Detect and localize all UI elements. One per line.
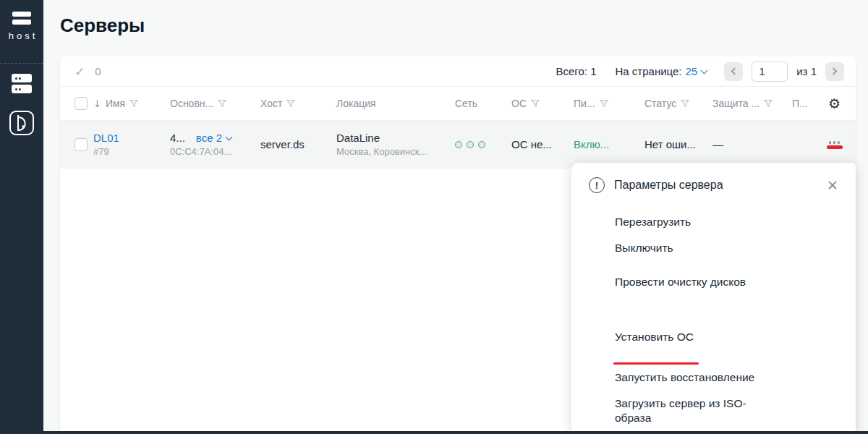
table-row[interactable]: DL01 #79 4... все 2 0C:C4:7A:04... serve… [60,121,856,169]
active-indicator-bar [827,145,843,149]
filter-icon[interactable] [531,99,540,108]
table-header-row: ↓ Имя Основн... Хост Локация Сеть ОС Пи.… [60,87,856,121]
ellipsis-icon [829,141,841,144]
os-value: ОС не... [511,138,568,150]
column-header-host[interactable]: Хост [253,98,329,109]
page-title: Серверы [60,14,145,37]
column-header-main[interactable]: Основн... [170,98,253,109]
bottom-edge-bar [0,431,868,434]
server-actions-popup: ! Параметры сервера ✕ Перезагрузить Выкл… [571,163,856,434]
server-name-link[interactable]: DL01 [93,132,119,144]
filter-icon[interactable] [129,99,138,108]
network-port-icon [455,141,462,148]
power-status: Вклю... [574,138,633,150]
column-header-p: П... [778,98,817,109]
location-name: DataLine [336,132,438,144]
sort-desc-icon: ↓ [93,98,101,109]
selected-count: 0 [95,65,101,77]
menu-item-shutdown[interactable]: Выключить [615,241,832,255]
menu-item-recovery[interactable]: Запустить восстановление [615,370,832,385]
select-all-checkbox[interactable] [75,97,88,110]
sidebar: host [0,0,43,434]
per-page-select[interactable]: 25 [686,65,707,77]
logo-bars-icon [12,12,31,25]
logo-text: host [9,30,38,41]
protection-value: — [712,138,778,150]
column-header-location: Локация [329,98,438,109]
page-of-total: из 1 [796,65,817,77]
menu-item-install-os[interactable]: Установить ОС [615,315,694,359]
menu-item-boot-from-iso[interactable]: Загрузить сервер из ISO- образа [615,396,832,425]
select-check-icon[interactable]: ✓ [75,64,85,79]
host-value: server.ds [260,138,329,150]
table-toolbar: ✓ 0 Всего: 1 На странице: 25 из 1 [60,56,856,87]
per-page-label: На странице: [616,65,682,77]
next-page-button[interactable] [825,62,844,81]
install-os-highlight-underline [613,362,699,365]
mac-address: 0C:C4:7A:04... [170,146,253,157]
app-logo[interactable]: host [0,0,43,64]
column-header-os[interactable]: ОС [503,98,568,109]
dataline-icon [8,109,35,137]
page-number-input[interactable] [752,61,788,82]
sidebar-item-servers[interactable] [12,74,32,93]
table-settings-gear-icon[interactable]: ⚙ [828,95,841,111]
column-header-network: Сеть [438,98,503,109]
filter-icon[interactable] [600,99,608,108]
total-count: Всего: 1 [556,65,597,77]
chevron-left-icon [731,68,739,75]
close-icon[interactable]: ✕ [827,179,838,192]
column-header-status[interactable]: Статус [633,98,698,109]
sidebar-item-dataline-logo[interactable] [8,109,35,140]
alert-circle-icon: ! [589,177,605,193]
network-port-icon [467,141,474,148]
chevron-down-icon [226,133,233,140]
filter-icon[interactable] [681,99,689,108]
popup-title: Параметры сервера [614,179,723,192]
status-value: Нет оши... [644,138,698,150]
chevron-down-icon [701,67,708,74]
column-header-name[interactable]: ↓ Имя [90,98,170,109]
show-all-link[interactable]: все 2 [196,132,231,144]
row-checkbox[interactable] [75,138,88,151]
filter-icon[interactable] [764,99,773,108]
filter-icon[interactable] [218,99,226,108]
chevron-right-icon [830,68,838,75]
menu-item-disk-cleanup[interactable]: Провести очистку дисков [615,275,832,289]
column-header-power[interactable]: Пи... [568,98,633,109]
network-status-icons [455,141,503,148]
server-id: #79 [93,146,170,157]
prev-page-button[interactable] [724,62,743,81]
row-actions-menu-button[interactable] [827,141,843,149]
menu-item-restart[interactable]: Перезагрузить [615,215,832,229]
network-port-icon [478,141,485,148]
location-address: Москва, Коровинск... [336,146,438,157]
column-header-protection[interactable]: Защита ... [698,98,778,109]
main-value: 4... [170,132,185,144]
filter-icon[interactable] [286,99,295,108]
